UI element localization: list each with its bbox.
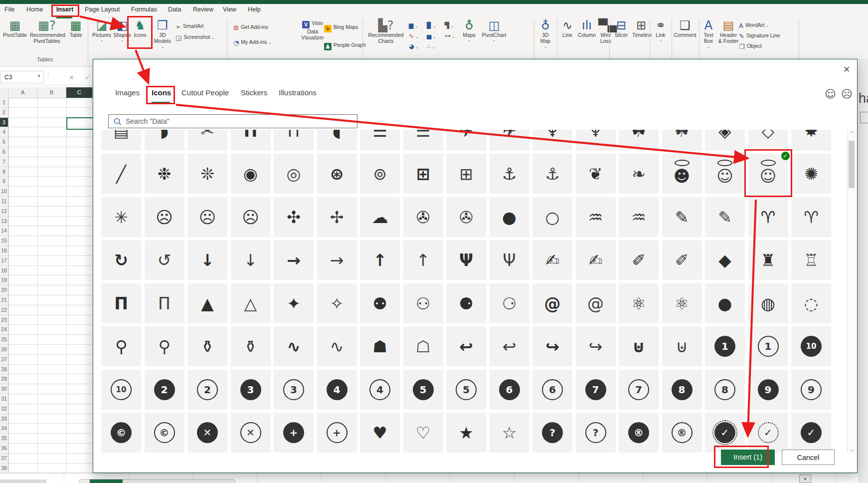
ribbon-button-my-addins[interactable]: ◔My Add-ins ⌄: [233, 39, 271, 46]
tape-measure-icon[interactable]: ◉: [231, 154, 271, 194]
field-icon[interactable]: ☰: [403, 130, 443, 151]
yarn-icon[interactable]: ❉: [145, 154, 184, 194]
baby-icon[interactable]: ⚲: [145, 326, 184, 366]
artist-2-icon[interactable]: ✐: [662, 240, 702, 280]
ribbon-button-smartart[interactable]: ➢SmartArt: [175, 23, 203, 30]
anchor-icon[interactable]: ⚓: [532, 154, 572, 194]
number-4-icon[interactable]: 4: [317, 370, 357, 410]
field-icon[interactable]: ☰: [360, 130, 400, 151]
ant-icon[interactable]: ✣: [274, 197, 314, 237]
number-3-icon[interactable]: 3: [274, 370, 314, 410]
certified-badge-icon[interactable]: ✓: [705, 413, 745, 453]
shell-icon[interactable]: ◗: [145, 130, 184, 151]
ribbon-button-timeline[interactable]: ⊞Timeline: [632, 19, 650, 38]
right-arrow-icon[interactable]: →: [274, 240, 314, 280]
feedback-happy-icon[interactable]: ☺: [825, 88, 836, 100]
ribbon-button-wordart[interactable]: AWordArt ⌄: [739, 22, 769, 29]
ribbon-button-spark-column[interactable]: ılıColumn: [576, 19, 597, 38]
row-header-6[interactable]: 6: [0, 147, 8, 157]
plus-icon[interactable]: +: [317, 413, 357, 453]
registered-icon[interactable]: ®: [662, 413, 702, 453]
row-header-17[interactable]: 17: [0, 256, 8, 266]
baby-bottle-icon[interactable]: ⚱: [187, 326, 227, 366]
at-sign-icon[interactable]: @: [576, 283, 616, 323]
at-sign-icon[interactable]: @: [532, 283, 572, 323]
ribbon-tab-formulas[interactable]: Formulas: [131, 6, 157, 13]
row-header-22[interactable]: 22: [0, 305, 8, 315]
ribbon-button-object[interactable]: ❒Object: [739, 43, 762, 50]
number-8-icon[interactable]: 8: [705, 370, 745, 410]
row-header-7[interactable]: 7: [0, 157, 8, 167]
angel-face-selected-icon[interactable]: ☺: [748, 154, 788, 194]
cycle-arrows-icon[interactable]: ↻: [101, 240, 141, 280]
number-4-icon[interactable]: 4: [360, 370, 400, 410]
multiply-icon[interactable]: ✕: [231, 413, 271, 453]
ribbon-button-mini-line[interactable]: ∿ ⌄: [409, 32, 418, 39]
yarn-icon[interactable]: ❊: [187, 154, 227, 194]
formula-enter-icon[interactable]: ✓: [85, 74, 90, 81]
aries-icon[interactable]: ♈: [791, 197, 831, 237]
number-5-icon[interactable]: 5: [403, 370, 443, 410]
number-1-icon[interactable]: 1: [705, 326, 745, 366]
ribbon-button-people-graph[interactable]: ♟People Graph: [324, 42, 366, 50]
ribbon-tab-review[interactable]: Review: [193, 6, 213, 13]
hook-icon[interactable]: ♆: [576, 130, 616, 151]
number-2-icon[interactable]: 2: [187, 370, 227, 410]
ribbon-button-map-3d[interactable]: ♁3D Map⌄: [535, 19, 555, 49]
ribbon-button-models-3d[interactable]: ❒3D Models⌄: [151, 19, 174, 49]
angry-face-icon[interactable]: ☹: [187, 197, 227, 237]
ribbon-button-icons[interactable]: ♞Icons: [130, 19, 150, 38]
astronaut-icon[interactable]: ⚇: [403, 283, 443, 323]
atom-icon[interactable]: ⚛: [662, 283, 702, 323]
artist-icon[interactable]: ✍: [576, 240, 616, 280]
artist-2-icon[interactable]: ✐: [619, 240, 659, 280]
ribbon-tab-help[interactable]: Help: [248, 6, 261, 13]
close-icon[interactable]: ✕: [841, 62, 852, 77]
astronaut-icon[interactable]: ⚉: [360, 283, 400, 323]
name-box-dropdown-icon[interactable]: ▼: [37, 74, 41, 78]
row-header-32[interactable]: 32: [0, 404, 8, 414]
asian-temple-icon[interactable]: ♖: [791, 240, 831, 280]
row-header-31[interactable]: 31: [0, 394, 8, 404]
cycle-arrows-icon[interactable]: ↺: [145, 240, 184, 280]
dialog-tab-images[interactable]: Images: [115, 88, 140, 97]
row-header-38[interactable]: 38: [0, 464, 8, 474]
baby-crawl-icon[interactable]: ∿: [317, 326, 357, 366]
number-3-icon[interactable]: 3: [231, 370, 271, 410]
ambulance-icon[interactable]: ⊞: [446, 154, 486, 194]
baby-onesie-icon[interactable]: ☖: [403, 326, 443, 366]
baby-onesie-icon[interactable]: ☗: [360, 326, 400, 366]
avocado-icon[interactable]: ◌: [791, 283, 831, 323]
search-input[interactable]: Search "Data": [108, 114, 357, 128]
anemone-fish-icon[interactable]: ❧: [619, 154, 659, 194]
multiply-icon[interactable]: ✕: [187, 413, 227, 453]
ribbon-button-mini-bar[interactable]: ▉ ⌄: [427, 22, 436, 29]
active-cell-c3[interactable]: [66, 117, 94, 130]
angel-face-icon[interactable]: ☻: [662, 154, 702, 194]
ant-icon[interactable]: ✢: [317, 197, 357, 237]
asian-temple-icon[interactable]: ♜: [748, 240, 788, 280]
ribbon-tab-view[interactable]: View: [223, 6, 236, 13]
column-headers[interactable]: ABC: [0, 87, 93, 98]
ribbon-tab-insert[interactable]: Insert: [56, 6, 73, 13]
back-arrow-icon[interactable]: ↩: [446, 326, 486, 366]
ai-head-icon[interactable]: Ψ: [446, 240, 486, 280]
ribbon-button-mini-column[interactable]: ▆ ⌄: [409, 22, 418, 29]
dialog-tab-cutout-people[interactable]: Cutout People: [181, 88, 229, 97]
hscroll-left-piece[interactable]: [0, 480, 46, 483]
ribbon-button-mini-pie[interactable]: ◕ ⌄: [409, 43, 419, 50]
baby-bottle-icon[interactable]: ⚱: [231, 326, 271, 366]
number-6-icon[interactable]: 6: [490, 370, 529, 410]
number-6-icon[interactable]: 6: [532, 370, 572, 410]
ribbon-button-text-box[interactable]: AText Box⌄: [700, 19, 717, 49]
ribbon-button-header-footer[interactable]: ▤Header & Footer: [718, 19, 739, 44]
row-header-12[interactable]: 12: [0, 207, 8, 217]
forward-arrow-icon[interactable]: ↪: [532, 326, 572, 366]
ribbon-button-mini-hierarchy[interactable]: ⊶ ⌄: [445, 32, 455, 39]
architecture-icon[interactable]: ✎: [662, 197, 702, 237]
row-header-33[interactable]: 33: [0, 414, 8, 424]
scrollbar-thumb[interactable]: [849, 141, 855, 188]
number-10-icon[interactable]: 10: [791, 326, 831, 366]
up-arrow-icon[interactable]: ↑: [360, 240, 400, 280]
scroll-up-icon[interactable]: ⌃: [848, 131, 856, 136]
